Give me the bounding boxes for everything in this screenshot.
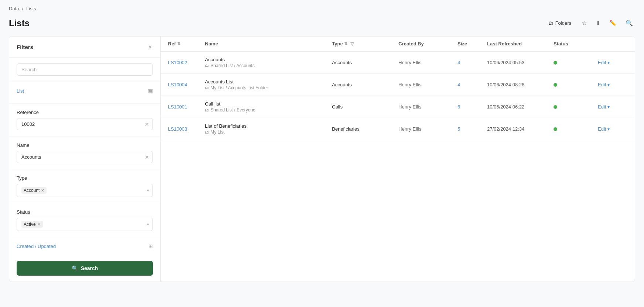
folders-button[interactable]: 🗂 Folders — [545, 18, 575, 28]
status-select-wrapper: Active ✕ ▾ — [17, 218, 153, 231]
status-tag: Active ✕ — [21, 221, 43, 228]
cell-status-3 — [554, 126, 598, 132]
collapse-filters-button[interactable]: « — [147, 42, 153, 51]
filter-status-section: Status Active ✕ ▾ — [9, 203, 160, 237]
name-clear-button[interactable]: ✕ — [145, 154, 149, 160]
th-size-label: Size — [458, 41, 467, 46]
status-tag-close[interactable]: ✕ — [37, 222, 41, 227]
cell-created-by-1: Henry Ellis — [398, 82, 458, 87]
status-dot-2 — [554, 105, 557, 109]
breadcrumb: Data / Lists — [0, 0, 644, 17]
cell-ref-1[interactable]: LS10004 — [168, 82, 205, 87]
pin-button[interactable]: ✏️ — [607, 17, 619, 29]
status-dot-0 — [554, 61, 557, 65]
type-tag-input[interactable]: Account ✕ — [17, 184, 153, 197]
expand-button-2[interactable]: ▾ — [607, 104, 610, 110]
header-actions: 🗂 Folders ☆ ⬇ ✏️ 🔍 — [545, 17, 635, 29]
type-label: Type — [17, 175, 153, 181]
filter-list-section: List ▣ — [9, 82, 160, 104]
type-select-wrapper: Account ✕ ▾ — [17, 184, 153, 197]
cell-ref-3[interactable]: LS10003 — [168, 126, 205, 132]
th-size: Size — [458, 41, 487, 46]
star-button[interactable]: ☆ — [579, 17, 589, 29]
reference-clear-button[interactable]: ✕ — [145, 121, 149, 127]
download-button[interactable]: ⬇ — [593, 17, 603, 29]
cell-name-sub-2: 🗂 Shared List / Everyone — [205, 107, 332, 113]
cell-name-title-1: Accounts List — [205, 79, 332, 84]
cell-size-2: 6 — [458, 104, 487, 110]
cell-type-0: Accounts — [332, 60, 398, 65]
type-tag-close[interactable]: ✕ — [41, 188, 44, 193]
cell-created-by-3: Henry Ellis — [398, 126, 458, 132]
created-updated-header: Created / Updated ⊞ — [17, 243, 153, 249]
reference-input-wrapper: ✕ — [17, 118, 153, 130]
filter-search-input[interactable] — [17, 63, 153, 76]
th-status-label: Status — [554, 41, 568, 46]
cell-actions-0: Edit ▾ — [598, 60, 627, 65]
th-created-by-label: Created By — [398, 41, 424, 46]
created-updated-section: Created / Updated ⊞ — [9, 237, 160, 255]
filter-type-section: Type Account ✕ ▾ — [9, 169, 160, 203]
cell-name-title-2: Call list — [205, 101, 332, 107]
search-submit-button[interactable]: 🔍 Search — [17, 261, 153, 276]
th-actions — [598, 41, 627, 46]
cell-type-1: Accounts — [332, 82, 398, 87]
status-tag-input[interactable]: Active ✕ — [17, 218, 153, 231]
edit-button-0[interactable]: Edit — [598, 60, 606, 65]
cell-refreshed-2: 10/06/2024 06:22 — [487, 104, 554, 110]
cell-created-by-0: Henry Ellis — [398, 60, 458, 65]
th-name-label: Name — [205, 41, 218, 46]
th-last-refreshed-label: Last Refreshed — [487, 41, 522, 46]
cell-actions-2: Edit ▾ — [598, 104, 627, 110]
th-ref-sort-icon[interactable]: ⇅ — [177, 41, 181, 46]
cell-name-2: Call list 🗂 Shared List / Everyone — [205, 101, 332, 113]
cell-status-1 — [554, 82, 598, 88]
edit-button-1[interactable]: Edit — [598, 82, 606, 87]
table-row: LS10002 Accounts 🗂 Shared List / Account… — [161, 52, 635, 74]
filter-search-section — [9, 58, 160, 82]
edit-button-3[interactable]: Edit — [598, 126, 606, 132]
th-type-filter-icon[interactable]: ▽ — [350, 41, 354, 46]
list-section-icon[interactable]: ▣ — [148, 88, 153, 94]
cell-ref-2[interactable]: LS10001 — [168, 104, 205, 110]
th-last-refreshed: Last Refreshed — [487, 41, 554, 46]
list-section-label: List — [17, 88, 24, 94]
name-input[interactable] — [17, 151, 153, 163]
folder-icon-3: 🗂 — [205, 130, 209, 134]
search-btn-label: Search — [81, 265, 98, 271]
status-label: Status — [17, 209, 153, 215]
breadcrumb-data[interactable]: Data — [9, 6, 19, 11]
type-tag: Account ✕ — [21, 187, 47, 194]
cell-size-0: 4 — [458, 60, 487, 65]
expand-button-3[interactable]: ▾ — [607, 127, 610, 132]
cell-size-1: 4 — [458, 82, 487, 87]
folder-icon-1: 🗂 — [205, 86, 209, 90]
expand-button-0[interactable]: ▾ — [607, 60, 610, 65]
status-dot-3 — [554, 127, 557, 131]
type-tag-value: Account — [24, 188, 40, 193]
th-type-label: Type — [332, 41, 343, 46]
star-icon: ☆ — [582, 20, 587, 27]
edit-button-2[interactable]: Edit — [598, 104, 606, 110]
search-button[interactable]: 🔍 — [623, 17, 635, 29]
pin-icon: ✏️ — [609, 20, 617, 27]
search-button-area: 🔍 Search — [9, 255, 160, 282]
cell-path-2: Shared List / Everyone — [210, 107, 255, 113]
main-layout: Filters « List ▣ Reference ✕ — [9, 36, 635, 282]
reference-input[interactable] — [17, 118, 153, 130]
folder-icon-2: 🗂 — [205, 108, 209, 112]
cell-name-3: List of Beneficiaries 🗂 My List — [205, 123, 332, 135]
created-updated-add-icon[interactable]: ⊞ — [148, 243, 153, 249]
th-ref-label: Ref — [168, 41, 176, 46]
created-updated-label: Created / Updated — [17, 244, 56, 249]
expand-button-1[interactable]: ▾ — [607, 82, 610, 87]
filter-reference-section: Reference ✕ — [9, 104, 160, 137]
cell-status-0 — [554, 60, 598, 66]
page-title: Lists — [9, 18, 30, 28]
th-created-by: Created By — [398, 41, 458, 46]
table-row: LS10004 Accounts List 🗂 My List / Accoun… — [161, 74, 635, 96]
cell-name-sub-3: 🗂 My List — [205, 130, 332, 135]
search-icon: 🔍 — [626, 20, 633, 27]
cell-ref-0[interactable]: LS10002 — [168, 60, 205, 65]
th-type-sort-icon[interactable]: ⇅ — [344, 41, 347, 46]
